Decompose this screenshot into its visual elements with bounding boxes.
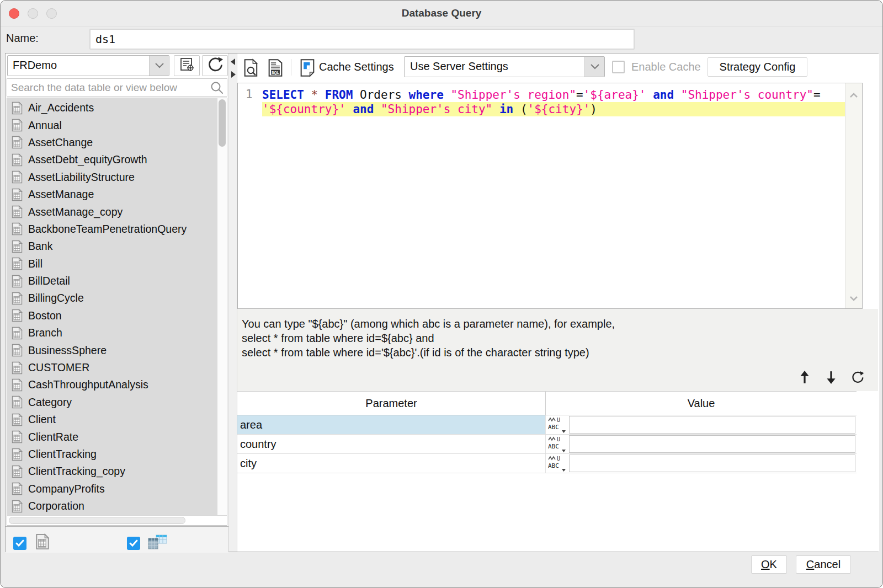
table-list-item[interactable]: Client (7, 411, 227, 428)
collapse-right-icon[interactable] (231, 71, 236, 78)
table-list-item[interactable]: ClientRate (7, 428, 227, 445)
cache-settings-label: Cache Settings (319, 54, 394, 81)
move-parameter-up-button[interactable] (797, 369, 812, 386)
table-icon (12, 136, 23, 149)
show-views-checkbox[interactable] (127, 537, 140, 550)
parameter-help-panel: You can type "${abc}" (among which abc i… (237, 309, 878, 391)
edit-connection-button[interactable] (174, 55, 200, 76)
refresh-parameters-button[interactable] (850, 369, 865, 386)
dataset-name-input[interactable] (89, 29, 635, 50)
string-type-icon: U ABC (547, 435, 567, 453)
collapse-left-icon[interactable] (231, 58, 235, 65)
table-list-item[interactable]: CashThroughputAnalysis (7, 376, 227, 393)
scroll-down-icon[interactable] (849, 291, 858, 304)
parameter-value-input[interactable] (569, 416, 855, 434)
table-list-item[interactable]: AssetManage (7, 186, 227, 203)
table-list-item[interactable]: Annual (7, 116, 227, 133)
parameter-value-input[interactable] (569, 455, 855, 472)
table-list-item[interactable]: AssetManage_copy (7, 203, 227, 220)
query-toolbar: SQL Cache Settings Use Server Settings (237, 54, 879, 81)
scrollbar-thumb[interactable] (219, 99, 226, 147)
table-icon (12, 500, 23, 513)
data-table-list: Air_Accidents Annual (7, 98, 227, 526)
main-content: FRDemo (5, 53, 879, 552)
table-list-item[interactable]: AssetDebt_equityGrowth (7, 151, 227, 168)
table-list-item[interactable]: ClientTracking_copy (7, 463, 227, 480)
table-name: ClientRate (28, 431, 78, 443)
connection-dropdown[interactable]: FRDemo (7, 55, 169, 76)
table-icon (12, 430, 23, 443)
parameter-type-cell[interactable]: U ABC (545, 454, 568, 473)
table-list-item[interactable]: BusinessSphere (7, 341, 227, 359)
scrollbar-thumb[interactable] (9, 517, 185, 524)
table-list-item[interactable]: AssetLiabilityStructure (7, 169, 227, 186)
table-search-input[interactable] (7, 78, 227, 97)
table-name: BusinessSphere (28, 344, 107, 357)
table-name: CashThroughputAnalysis (28, 378, 148, 391)
table-list-item[interactable]: BackboneTeamPenetrationQuery (7, 221, 227, 238)
enable-cache-checkbox[interactable] (612, 61, 625, 73)
table-list-item[interactable]: Corporation (7, 498, 227, 515)
scroll-up-icon[interactable] (849, 88, 858, 101)
strategy-config-button[interactable]: Strategy Config (708, 57, 807, 77)
parameter-type-cell[interactable]: U ABC (545, 415, 568, 434)
table-name: Bank (28, 240, 52, 253)
table-icon (12, 240, 23, 253)
table-list-item[interactable]: AssetChange (7, 134, 227, 151)
parameter-row[interactable]: city U ABC (237, 454, 857, 473)
sql-format-button[interactable]: SQL (265, 57, 286, 78)
sql-code[interactable]: SELECT * FROM Orders where "Shipper's re… (262, 83, 845, 308)
table-list-item[interactable]: Bill (7, 255, 227, 272)
table-list-item[interactable]: Bank (7, 238, 227, 255)
table-list-item[interactable]: Air_Accidents (7, 99, 227, 116)
table-list-item[interactable]: ClientTracking (7, 446, 227, 463)
parameter-name-cell[interactable]: city (237, 454, 545, 473)
ok-button[interactable]: OK (751, 555, 787, 574)
move-parameter-down-button[interactable] (824, 369, 838, 386)
database-query-dialog: Database Query Name: FRDemo (0, 0, 883, 588)
table-list-item[interactable]: Branch (7, 324, 227, 341)
sql-editor[interactable]: 1 SELECT * FROM Orders where "Shipper's … (237, 83, 863, 309)
parameter-column-header: Parameter (237, 392, 545, 415)
close-window-button[interactable] (9, 8, 19, 19)
table-name: Category (28, 396, 72, 409)
cancel-button[interactable]: Cancel (796, 555, 851, 574)
panel-splitter[interactable] (228, 54, 237, 552)
table-list-item[interactable]: Category (7, 394, 227, 411)
table-icon (12, 222, 23, 236)
minimize-window-button[interactable] (28, 8, 38, 19)
table-icon (12, 413, 23, 426)
table-name: AssetManage (28, 188, 94, 201)
help-line: select * from table where id='${abc}'.(i… (242, 345, 878, 360)
table-icon (12, 361, 23, 375)
table-icon (12, 153, 23, 167)
parameter-row[interactable]: area U ABC (237, 415, 857, 435)
refresh-connection-button[interactable] (202, 55, 228, 76)
parameter-name-cell[interactable]: country (237, 435, 545, 453)
table-name: ClientTracking (28, 448, 97, 461)
table-name: BackboneTeamPenetrationQuery (28, 223, 187, 236)
parameter-name-cell[interactable]: area (237, 415, 545, 434)
table-list-item[interactable]: Boston (7, 307, 227, 324)
sql-line-2-current: '${country}' and "Shipper's city" in ('$… (262, 102, 845, 116)
parameter-type-cell[interactable]: U ABC (545, 435, 568, 453)
parameter-row[interactable]: country U ABC (237, 435, 857, 454)
svg-text:U: U (557, 417, 560, 423)
titlebar: Database Query (1, 1, 882, 26)
parameter-value-input[interactable] (569, 435, 855, 453)
table-list-item[interactable]: CUSTOMER (7, 359, 227, 376)
table-list-item[interactable]: BillDetail (7, 272, 227, 290)
zoom-window-button[interactable] (46, 8, 57, 19)
table-list-item[interactable]: BillingCycle (7, 290, 227, 307)
table-list-item[interactable]: CompanyProfits (7, 480, 227, 498)
refresh-icon (206, 56, 224, 76)
show-tables-checkbox[interactable] (13, 537, 26, 550)
list-vertical-scrollbar[interactable] (217, 98, 227, 515)
preview-query-button[interactable] (241, 57, 262, 78)
editor-vertical-scrollbar[interactable] (845, 83, 862, 308)
traffic-lights (9, 8, 57, 19)
cache-settings-dropdown[interactable]: Use Server Settings (404, 56, 605, 77)
list-horizontal-scrollbar[interactable] (7, 515, 227, 525)
table-name: AssetChange (28, 136, 93, 149)
table-search (7, 78, 227, 97)
